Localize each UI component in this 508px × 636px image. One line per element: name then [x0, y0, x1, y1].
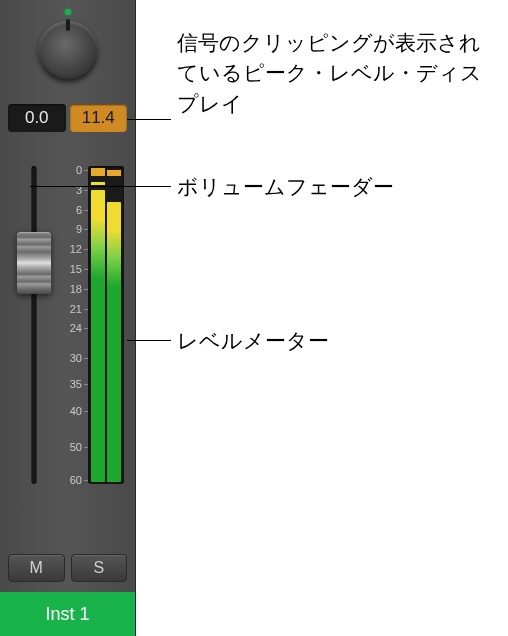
- scale-label: 18: [58, 283, 82, 295]
- db-scale: 036912151821243035405060: [58, 160, 82, 490]
- knob-indicator-dot: [65, 9, 71, 15]
- scale-label: 9: [58, 223, 82, 235]
- track-name-label[interactable]: Inst 1: [0, 592, 135, 636]
- scale-label: 24: [58, 322, 82, 334]
- pan-knob-area: [0, 8, 135, 93]
- scale-label: 40: [58, 405, 82, 417]
- scale-label: 21: [58, 303, 82, 315]
- channel-strip: 0.0 11.4 036912151821243035405060 M S In…: [0, 0, 136, 636]
- peak-value-right-clipping[interactable]: 11.4: [70, 104, 128, 132]
- volume-fader-track: [20, 160, 48, 490]
- peak-value-left[interactable]: 0.0: [8, 104, 66, 132]
- callout-line-peak: [127, 119, 171, 120]
- callout-line-fader: [30, 186, 171, 187]
- callout-volume-fader: ボリュームフェーダー: [177, 172, 394, 202]
- clip-indicator-left: [91, 168, 105, 176]
- peak-hold-left: [91, 182, 105, 185]
- clip-indicator-right: [107, 170, 121, 176]
- scale-label: 35: [58, 378, 82, 390]
- meter-bar-right: [107, 202, 121, 482]
- pan-knob[interactable]: [38, 21, 98, 81]
- scale-label: 50: [58, 441, 82, 453]
- level-meter: [88, 166, 124, 484]
- knob-pointer: [66, 19, 70, 31]
- scale-label: 30: [58, 352, 82, 364]
- scale-label: 0: [58, 164, 82, 176]
- peak-level-display: 0.0 11.4: [8, 104, 127, 132]
- mute-button[interactable]: M: [8, 554, 65, 582]
- callout-line-meter: [127, 340, 171, 341]
- callout-peak-display: 信号のクリッピングが表示されているピーク・レベル・ディスプレイ: [177, 28, 487, 119]
- fader-meter-area: 036912151821243035405060: [8, 160, 127, 490]
- scale-label: 60: [58, 474, 82, 486]
- meter-bar-left: [91, 190, 105, 482]
- volume-fader-handle[interactable]: [17, 232, 51, 294]
- mute-solo-row: M S: [8, 554, 127, 582]
- scale-label: 12: [58, 243, 82, 255]
- callout-level-meter: レベルメーター: [177, 326, 329, 356]
- fader-slot: [32, 166, 37, 484]
- scale-label: 6: [58, 204, 82, 216]
- scale-label: 15: [58, 263, 82, 275]
- solo-button[interactable]: S: [71, 554, 128, 582]
